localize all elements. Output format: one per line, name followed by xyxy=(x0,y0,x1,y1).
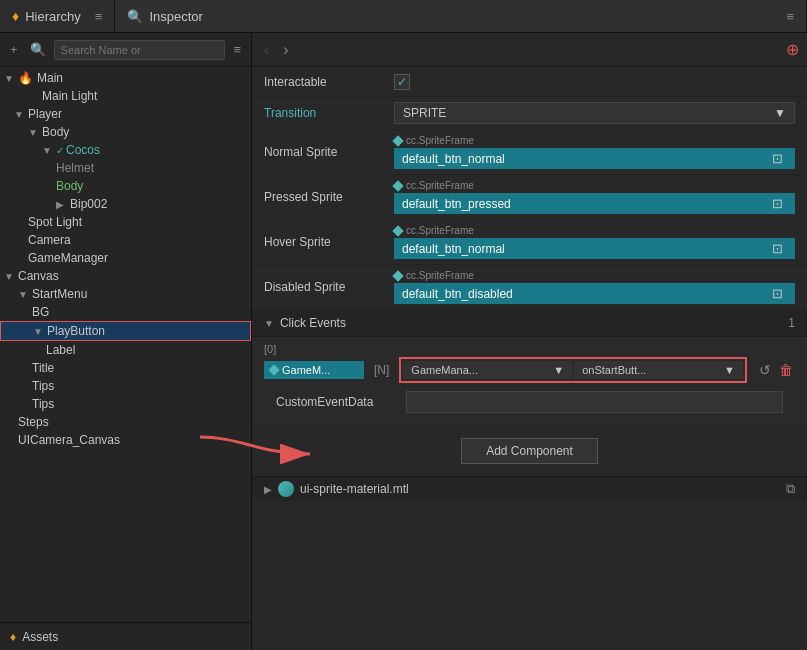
normal-sprite-wrapper: cc.SpriteFrame default_btn_normal ⊡ xyxy=(394,135,795,169)
pressed-sprite-diamond xyxy=(392,180,403,191)
tree-item-playbutton[interactable]: ▼ PlayButton xyxy=(0,321,251,341)
tree-item-body[interactable]: ▼ Body xyxy=(0,123,251,141)
disabled-sprite-value: default_btn_disabled xyxy=(402,287,768,301)
check-icon: ✓ xyxy=(56,145,64,156)
inspector-tab-icon: 🔍 xyxy=(127,9,143,24)
list-view-button[interactable]: ≡ xyxy=(229,40,245,59)
assets-bar[interactable]: ♦ Assets xyxy=(0,622,251,650)
pressed-sprite-select-btn[interactable]: ⊡ xyxy=(768,196,787,211)
tree-arrow-startmenu: ▼ xyxy=(18,289,32,300)
tree-label-title: Title xyxy=(32,361,251,375)
forward-button[interactable]: › xyxy=(279,41,292,59)
pressed-sprite-row: Pressed Sprite cc.SpriteFrame default_bt… xyxy=(252,175,807,220)
assets-label: Assets xyxy=(22,630,58,644)
main-layout: + 🔍 ≡ ▼ 🔥 Main Main Light ▼ Player xyxy=(0,33,807,650)
tree-label-playbutton: PlayButton xyxy=(47,324,250,338)
hover-sprite-select-btn[interactable]: ⊡ xyxy=(768,241,787,256)
pressed-sprite-value: default_btn_pressed xyxy=(402,197,768,211)
back-button[interactable]: ‹ xyxy=(260,41,273,59)
event-index: [0] xyxy=(264,341,795,357)
event-dropdown-2[interactable]: onStartButt... ▼ xyxy=(574,361,743,379)
tree-item-uicamera[interactable]: UICamera_Canvas xyxy=(0,431,251,449)
click-events-arrow: ▼ xyxy=(264,318,274,329)
event-actions: ↺ 🗑 xyxy=(757,360,795,380)
inspector-tab-label: Inspector xyxy=(149,9,202,24)
fire-icon: 🔥 xyxy=(18,71,33,85)
event-refresh-btn[interactable]: ↺ xyxy=(757,360,773,380)
tree-item-tips1[interactable]: Tips xyxy=(0,377,251,395)
tree-item-helmet[interactable]: Helmet xyxy=(0,159,251,177)
tree-item-startmenu[interactable]: ▼ StartMenu xyxy=(0,285,251,303)
tree-item-canvas[interactable]: ▼ Canvas xyxy=(0,267,251,285)
material-copy-btn[interactable]: ⧉ xyxy=(786,481,795,497)
disabled-sprite-label: Disabled Sprite xyxy=(264,280,394,294)
hierarchy-tree: ▼ 🔥 Main Main Light ▼ Player ▼ Body ▼ xyxy=(0,67,251,622)
event-delete-btn[interactable]: 🗑 xyxy=(777,360,795,380)
tree-label-gamemanager: GameManager xyxy=(28,251,251,265)
event-item-0: [0] GameM... [N] GameMana... ▼ xyxy=(252,337,807,426)
interactable-row: Interactable xyxy=(252,67,807,97)
normal-sprite-field[interactable]: default_btn_normal ⊡ xyxy=(394,148,795,169)
tree-item-camera[interactable]: Camera xyxy=(0,231,251,249)
transition-row: Transition SPRITE ▼ xyxy=(252,97,807,130)
inspector-content: Interactable Transition SPRITE ▼ Normal … xyxy=(252,67,807,650)
add-node-button[interactable]: + xyxy=(6,40,22,59)
tree-label-body: Body xyxy=(42,125,251,139)
tree-item-label[interactable]: Label xyxy=(0,341,251,359)
tree-item-main[interactable]: ▼ 🔥 Main xyxy=(0,69,251,87)
add-component-button[interactable]: Add Component xyxy=(461,438,598,464)
tree-item-steps[interactable]: Steps xyxy=(0,413,251,431)
tree-label-tips1: Tips xyxy=(32,379,251,393)
transition-label: Transition xyxy=(264,106,394,120)
tree-label-label: Label xyxy=(46,343,251,357)
search-input[interactable] xyxy=(54,40,226,60)
event-node-field[interactable]: GameM... xyxy=(264,361,364,379)
click-events-header[interactable]: ▼ Click Events 1 xyxy=(252,310,807,337)
tree-item-bip002[interactable]: ▶ Bip002 xyxy=(0,195,251,213)
tree-item-spotlight[interactable]: Spot Light xyxy=(0,213,251,231)
event-dropdown-1-value: GameMana... xyxy=(411,364,478,376)
hierarchy-menu-icon[interactable]: ≡ xyxy=(95,9,103,24)
event-dropdown-1[interactable]: GameMana... ▼ xyxy=(403,361,572,379)
tree-label-spotlight: Spot Light xyxy=(28,215,251,229)
top-bar: ♦ Hierarchy ≡ 🔍 Inspector ≡ xyxy=(0,0,807,33)
tree-label-player: Player xyxy=(28,107,251,121)
tree-item-player[interactable]: ▼ Player xyxy=(0,105,251,123)
interactable-checkbox[interactable] xyxy=(394,74,410,90)
normal-sprite-value: default_btn_normal xyxy=(402,152,768,166)
custom-data-input[interactable] xyxy=(406,391,783,413)
tree-arrow-body: ▼ xyxy=(28,127,42,138)
tree-item-bg[interactable]: BG xyxy=(0,303,251,321)
disabled-sprite-field[interactable]: default_btn_disabled ⊡ xyxy=(394,283,795,304)
tree-item-tips2[interactable]: Tips xyxy=(0,395,251,413)
hover-sprite-diamond xyxy=(392,225,403,236)
tree-item-mainlight[interactable]: Main Light xyxy=(0,87,251,105)
disabled-sprite-select-btn[interactable]: ⊡ xyxy=(768,286,787,301)
hierarchy-toolbar: + 🔍 ≡ xyxy=(0,33,251,67)
tree-item-gamemanager[interactable]: GameManager xyxy=(0,249,251,267)
inspector-tab[interactable]: 🔍 Inspector ≡ xyxy=(115,0,807,32)
pressed-sprite-type: cc.SpriteFrame xyxy=(394,180,795,191)
tree-label-bip002: Bip002 xyxy=(70,197,251,211)
tree-item-body2[interactable]: Body xyxy=(0,177,251,195)
add-component-row: Add Component xyxy=(252,426,807,476)
event-dropdown-2-arrow: ▼ xyxy=(724,364,735,376)
tree-item-title[interactable]: Title xyxy=(0,359,251,377)
hierarchy-tab[interactable]: ♦ Hierarchy ≡ xyxy=(0,0,115,32)
search-button[interactable]: 🔍 xyxy=(26,40,50,59)
disabled-sprite-wrapper: cc.SpriteFrame default_btn_disabled ⊡ xyxy=(394,270,795,304)
disabled-sprite-type: cc.SpriteFrame xyxy=(394,270,795,281)
inspector-panel: ‹ › ⊕ Interactable Transition SPRITE ▼ N… xyxy=(252,33,807,650)
transition-dropdown[interactable]: SPRITE ▼ xyxy=(394,102,795,124)
hover-sprite-type: cc.SpriteFrame xyxy=(394,225,795,236)
pressed-sprite-field[interactable]: default_btn_pressed ⊡ xyxy=(394,193,795,214)
inspector-menu-icon[interactable]: ≡ xyxy=(786,9,794,24)
tree-item-cocos[interactable]: ▼ ✓ Cocos xyxy=(0,141,251,159)
material-row: ▶ ui-sprite-material.mtl ⧉ xyxy=(252,476,807,501)
hierarchy-icon: ♦ xyxy=(12,8,19,24)
hover-sprite-field[interactable]: default_btn_normal ⊡ xyxy=(394,238,795,259)
normal-sprite-select-btn[interactable]: ⊡ xyxy=(768,151,787,166)
tree-label-cocos: Cocos xyxy=(66,143,251,157)
hierarchy-tab-label: Hierarchy xyxy=(25,9,81,24)
pin-button[interactable]: ⊕ xyxy=(786,40,799,59)
